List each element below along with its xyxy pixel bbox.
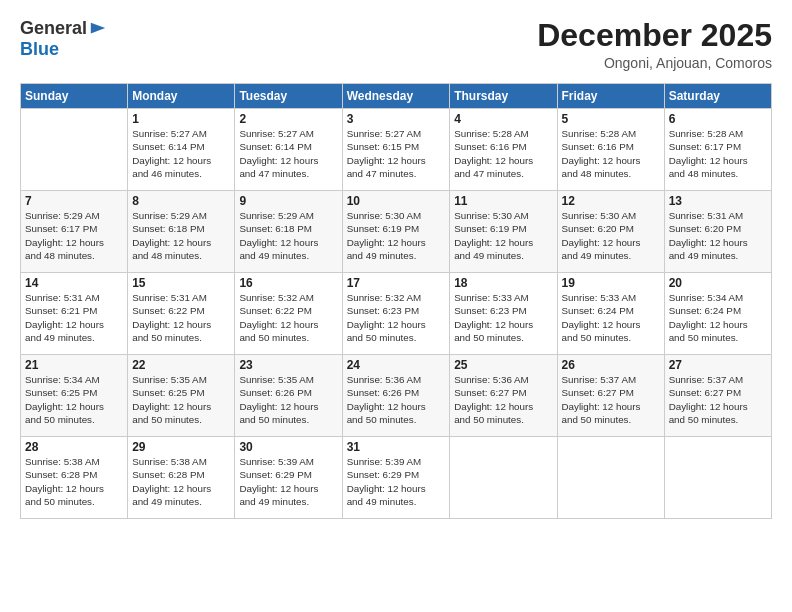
day-info: Sunrise: 5:30 AM Sunset: 6:19 PM Dayligh… <box>454 209 552 262</box>
calendar-cell: 1Sunrise: 5:27 AM Sunset: 6:14 PM Daylig… <box>128 109 235 191</box>
logo-blue: Blue <box>20 39 59 59</box>
day-number: 14 <box>25 276 123 290</box>
calendar-cell: 2Sunrise: 5:27 AM Sunset: 6:14 PM Daylig… <box>235 109 342 191</box>
page: General Blue December 2025 Ongoni, Anjou… <box>0 0 792 612</box>
calendar-cell: 15Sunrise: 5:31 AM Sunset: 6:22 PM Dayli… <box>128 273 235 355</box>
calendar-cell: 30Sunrise: 5:39 AM Sunset: 6:29 PM Dayli… <box>235 437 342 519</box>
day-info: Sunrise: 5:28 AM Sunset: 6:16 PM Dayligh… <box>562 127 660 180</box>
day-number: 18 <box>454 276 552 290</box>
calendar-week-row: 21Sunrise: 5:34 AM Sunset: 6:25 PM Dayli… <box>21 355 772 437</box>
day-number: 13 <box>669 194 767 208</box>
calendar-cell: 20Sunrise: 5:34 AM Sunset: 6:24 PM Dayli… <box>664 273 771 355</box>
day-number: 8 <box>132 194 230 208</box>
day-info: Sunrise: 5:36 AM Sunset: 6:26 PM Dayligh… <box>347 373 446 426</box>
day-number: 4 <box>454 112 552 126</box>
calendar-cell: 14Sunrise: 5:31 AM Sunset: 6:21 PM Dayli… <box>21 273 128 355</box>
calendar-cell: 29Sunrise: 5:38 AM Sunset: 6:28 PM Dayli… <box>128 437 235 519</box>
calendar-week-row: 7Sunrise: 5:29 AM Sunset: 6:17 PM Daylig… <box>21 191 772 273</box>
calendar-cell: 17Sunrise: 5:32 AM Sunset: 6:23 PM Dayli… <box>342 273 450 355</box>
calendar-body: 1Sunrise: 5:27 AM Sunset: 6:14 PM Daylig… <box>21 109 772 519</box>
calendar-cell: 16Sunrise: 5:32 AM Sunset: 6:22 PM Dayli… <box>235 273 342 355</box>
logo-text: General <box>20 18 107 39</box>
day-number: 10 <box>347 194 446 208</box>
calendar-cell: 22Sunrise: 5:35 AM Sunset: 6:25 PM Dayli… <box>128 355 235 437</box>
day-number: 5 <box>562 112 660 126</box>
calendar-cell: 13Sunrise: 5:31 AM Sunset: 6:20 PM Dayli… <box>664 191 771 273</box>
calendar-week-row: 1Sunrise: 5:27 AM Sunset: 6:14 PM Daylig… <box>21 109 772 191</box>
day-number: 22 <box>132 358 230 372</box>
day-number: 1 <box>132 112 230 126</box>
calendar-cell: 21Sunrise: 5:34 AM Sunset: 6:25 PM Dayli… <box>21 355 128 437</box>
day-number: 26 <box>562 358 660 372</box>
calendar-cell: 18Sunrise: 5:33 AM Sunset: 6:23 PM Dayli… <box>450 273 557 355</box>
day-info: Sunrise: 5:34 AM Sunset: 6:25 PM Dayligh… <box>25 373 123 426</box>
day-info: Sunrise: 5:39 AM Sunset: 6:29 PM Dayligh… <box>239 455 337 508</box>
day-info: Sunrise: 5:29 AM Sunset: 6:17 PM Dayligh… <box>25 209 123 262</box>
calendar-cell: 10Sunrise: 5:30 AM Sunset: 6:19 PM Dayli… <box>342 191 450 273</box>
calendar-cell: 4Sunrise: 5:28 AM Sunset: 6:16 PM Daylig… <box>450 109 557 191</box>
weekday-header-row: SundayMondayTuesdayWednesdayThursdayFrid… <box>21 84 772 109</box>
logo-general: General <box>20 18 87 39</box>
day-info: Sunrise: 5:34 AM Sunset: 6:24 PM Dayligh… <box>669 291 767 344</box>
title-block: December 2025 Ongoni, Anjouan, Comoros <box>537 18 772 71</box>
day-number: 3 <box>347 112 446 126</box>
day-number: 23 <box>239 358 337 372</box>
svg-marker-0 <box>91 22 105 33</box>
calendar-week-row: 28Sunrise: 5:38 AM Sunset: 6:28 PM Dayli… <box>21 437 772 519</box>
calendar-cell: 23Sunrise: 5:35 AM Sunset: 6:26 PM Dayli… <box>235 355 342 437</box>
calendar-cell: 11Sunrise: 5:30 AM Sunset: 6:19 PM Dayli… <box>450 191 557 273</box>
day-number: 12 <box>562 194 660 208</box>
logo-blue-text: Blue <box>20 39 59 60</box>
day-info: Sunrise: 5:29 AM Sunset: 6:18 PM Dayligh… <box>132 209 230 262</box>
weekday-header-friday: Friday <box>557 84 664 109</box>
day-number: 29 <box>132 440 230 454</box>
day-info: Sunrise: 5:36 AM Sunset: 6:27 PM Dayligh… <box>454 373 552 426</box>
calendar-cell: 9Sunrise: 5:29 AM Sunset: 6:18 PM Daylig… <box>235 191 342 273</box>
weekday-header-saturday: Saturday <box>664 84 771 109</box>
weekday-header-thursday: Thursday <box>450 84 557 109</box>
day-number: 15 <box>132 276 230 290</box>
calendar-cell: 28Sunrise: 5:38 AM Sunset: 6:28 PM Dayli… <box>21 437 128 519</box>
day-number: 11 <box>454 194 552 208</box>
calendar-cell <box>557 437 664 519</box>
calendar-cell: 26Sunrise: 5:37 AM Sunset: 6:27 PM Dayli… <box>557 355 664 437</box>
day-info: Sunrise: 5:38 AM Sunset: 6:28 PM Dayligh… <box>25 455 123 508</box>
calendar-cell: 31Sunrise: 5:39 AM Sunset: 6:29 PM Dayli… <box>342 437 450 519</box>
day-info: Sunrise: 5:28 AM Sunset: 6:17 PM Dayligh… <box>669 127 767 180</box>
day-info: Sunrise: 5:33 AM Sunset: 6:23 PM Dayligh… <box>454 291 552 344</box>
calendar-cell <box>664 437 771 519</box>
calendar-cell: 6Sunrise: 5:28 AM Sunset: 6:17 PM Daylig… <box>664 109 771 191</box>
day-number: 6 <box>669 112 767 126</box>
weekday-header-sunday: Sunday <box>21 84 128 109</box>
calendar-cell: 12Sunrise: 5:30 AM Sunset: 6:20 PM Dayli… <box>557 191 664 273</box>
weekday-header-wednesday: Wednesday <box>342 84 450 109</box>
day-number: 27 <box>669 358 767 372</box>
month-title: December 2025 <box>537 18 772 53</box>
calendar-cell <box>21 109 128 191</box>
day-info: Sunrise: 5:37 AM Sunset: 6:27 PM Dayligh… <box>669 373 767 426</box>
weekday-header-monday: Monday <box>128 84 235 109</box>
day-info: Sunrise: 5:27 AM Sunset: 6:14 PM Dayligh… <box>132 127 230 180</box>
calendar-cell: 7Sunrise: 5:29 AM Sunset: 6:17 PM Daylig… <box>21 191 128 273</box>
logo: General Blue <box>20 18 107 60</box>
day-number: 21 <box>25 358 123 372</box>
logo-flag-icon <box>89 20 107 38</box>
day-number: 19 <box>562 276 660 290</box>
day-number: 20 <box>669 276 767 290</box>
day-number: 2 <box>239 112 337 126</box>
calendar-cell: 8Sunrise: 5:29 AM Sunset: 6:18 PM Daylig… <box>128 191 235 273</box>
day-info: Sunrise: 5:38 AM Sunset: 6:28 PM Dayligh… <box>132 455 230 508</box>
day-info: Sunrise: 5:32 AM Sunset: 6:23 PM Dayligh… <box>347 291 446 344</box>
day-info: Sunrise: 5:30 AM Sunset: 6:20 PM Dayligh… <box>562 209 660 262</box>
header: General Blue December 2025 Ongoni, Anjou… <box>20 18 772 71</box>
day-number: 25 <box>454 358 552 372</box>
day-number: 7 <box>25 194 123 208</box>
day-number: 24 <box>347 358 446 372</box>
day-info: Sunrise: 5:28 AM Sunset: 6:16 PM Dayligh… <box>454 127 552 180</box>
day-info: Sunrise: 5:35 AM Sunset: 6:26 PM Dayligh… <box>239 373 337 426</box>
day-number: 9 <box>239 194 337 208</box>
calendar-cell: 19Sunrise: 5:33 AM Sunset: 6:24 PM Dayli… <box>557 273 664 355</box>
day-info: Sunrise: 5:30 AM Sunset: 6:19 PM Dayligh… <box>347 209 446 262</box>
day-number: 16 <box>239 276 337 290</box>
day-info: Sunrise: 5:29 AM Sunset: 6:18 PM Dayligh… <box>239 209 337 262</box>
